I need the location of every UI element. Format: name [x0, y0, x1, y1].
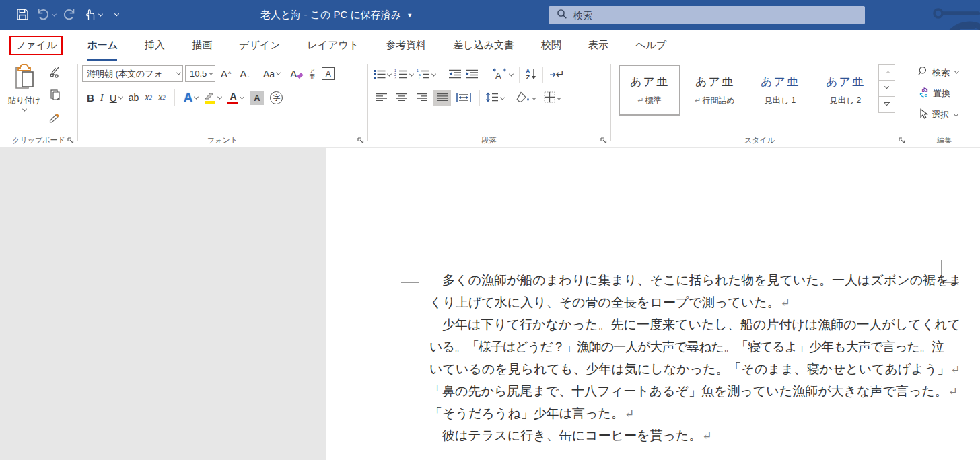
title-dropdown-icon[interactable]: ▼	[407, 12, 413, 19]
multilevel-chevron-icon	[431, 71, 436, 76]
styles-scroll-up-button[interactable]	[878, 64, 895, 81]
find-button[interactable]: 検索	[918, 66, 958, 79]
search-input[interactable]	[573, 10, 829, 21]
show-editing-marks-button[interactable]: ↵	[549, 69, 565, 80]
character-shading-button[interactable]: A	[250, 91, 264, 105]
save-icon	[15, 7, 30, 24]
styles-scroll-down-button[interactable]	[878, 80, 895, 97]
document-title[interactable]: 老人と海 - この PC に保存済み ▼	[222, 0, 451, 30]
tab-draw[interactable]: 描画	[192, 35, 212, 56]
tab-file[interactable]: ファイル	[9, 36, 63, 55]
document-line: 多くの漁師が船のまわりに集まり、そこに括られた物を見ていた。一人はズボンの裾をま	[429, 269, 949, 291]
shrink-font-button[interactable]: A˯	[236, 68, 253, 79]
customize-quick-access-button[interactable]	[108, 6, 125, 25]
paragraph-dialog-launcher[interactable]	[599, 137, 608, 145]
increase-indent-icon	[465, 69, 479, 81]
borders-button[interactable]	[544, 91, 561, 105]
document-page[interactable]: 多くの漁師が船のまわりに集まり、そこに括られた物を見ていた。一人はズボンの裾をま…	[326, 148, 980, 460]
replace-button[interactable]: bc 置換	[918, 87, 958, 100]
numbering-button[interactable]: 123	[394, 69, 413, 81]
eraser-icon	[297, 73, 303, 79]
bold-button[interactable]: B	[87, 92, 94, 104]
font-dialog-launcher[interactable]	[356, 137, 365, 145]
scissors-icon	[49, 66, 61, 80]
copy-button[interactable]	[49, 89, 61, 103]
sort-button[interactable]: AZ	[526, 68, 536, 82]
font-color-letter: A	[230, 91, 236, 101]
find-magnifier-icon	[918, 66, 929, 79]
subscript-button[interactable]: x2	[145, 92, 152, 103]
align-right-button[interactable]	[413, 90, 431, 106]
underline-button[interactable]: U	[110, 92, 123, 104]
font-group: 游明朝 (本文のフォ 10.5 A^ A˯ Aa A ア亜 A B I U ab…	[77, 61, 368, 147]
increase-indent-button[interactable]	[465, 69, 479, 81]
style-heading-1[interactable]: あア亜 見出し 1	[749, 65, 811, 116]
align-center-button[interactable]	[393, 90, 411, 106]
text-effects-button[interactable]: A	[184, 90, 199, 105]
save-button[interactable]	[13, 6, 31, 25]
touch-mouse-mode-button[interactable]	[84, 6, 102, 25]
decrease-indent-button[interactable]	[448, 69, 462, 81]
clear-formatting-button[interactable]: A	[290, 68, 303, 79]
change-case-button[interactable]: Aa	[263, 69, 280, 79]
tab-references[interactable]: 参考資料	[386, 35, 426, 56]
asian-layout-button[interactable]: A	[491, 68, 513, 82]
tab-help[interactable]: ヘルプ	[635, 35, 666, 56]
styles-more-button[interactable]	[878, 96, 895, 113]
hand-pointer-icon	[83, 7, 97, 23]
align-left-button[interactable]	[373, 90, 390, 106]
format-painter-button[interactable]	[48, 112, 61, 126]
cut-button[interactable]	[49, 66, 61, 80]
separator	[485, 67, 485, 83]
tab-design[interactable]: デザイン	[239, 35, 280, 56]
font-name-combo[interactable]: 游明朝 (本文のフォ	[82, 65, 183, 82]
justify-button[interactable]	[433, 90, 451, 106]
phonetic-guide-button[interactable]: ア亜	[309, 68, 315, 80]
line-spacing-button[interactable]	[485, 92, 504, 104]
paste-button[interactable]: 貼り付け	[5, 64, 43, 126]
grow-font-button[interactable]: A^	[217, 68, 234, 79]
title-bar: 老人と海 - この PC に保存済み ▼	[0, 0, 980, 30]
tab-insert[interactable]: 挿入	[145, 35, 165, 56]
ribbon: 貼り付け クリップボード 游明朝 (本文のフォ 10.5 A^ A˯	[0, 61, 980, 147]
bullet-list-icon	[373, 69, 386, 81]
redo-button[interactable]	[61, 6, 78, 25]
editing-group-label: 編集	[909, 135, 980, 145]
highlight-color-button[interactable]	[204, 91, 221, 104]
copy-icon	[49, 89, 61, 103]
superscript-button[interactable]: x2	[158, 92, 166, 103]
svg-text:A: A	[495, 71, 501, 80]
bullets-button[interactable]	[373, 69, 391, 81]
italic-button[interactable]: I	[100, 92, 104, 104]
titlebar-decoration	[929, 0, 980, 30]
paint-bucket-icon	[516, 91, 530, 105]
style-normal[interactable]: あア亜 ↵標準	[619, 65, 680, 116]
multilevel-list-button[interactable]: 1ai	[417, 69, 435, 81]
search-box[interactable]	[549, 6, 865, 24]
search-icon	[557, 9, 567, 22]
undo-button[interactable]	[37, 6, 55, 25]
redo-icon	[62, 7, 77, 24]
font-color-button[interactable]: A	[228, 91, 244, 104]
enclose-characters-button[interactable]: A	[322, 67, 335, 80]
shading-button[interactable]	[516, 91, 536, 105]
tab-view[interactable]: 表示	[588, 35, 608, 56]
separator	[174, 89, 175, 106]
clipboard-dialog-launcher[interactable]	[66, 137, 75, 145]
strikethrough-button[interactable]: ab	[129, 92, 139, 103]
enclose-character-button[interactable]: 字	[270, 91, 283, 104]
tab-mailings[interactable]: 差し込み文書	[453, 35, 514, 56]
separator	[479, 90, 480, 106]
tab-layout[interactable]: レイアウト	[308, 35, 359, 56]
tab-review[interactable]: 校閲	[541, 35, 561, 56]
tab-home[interactable]: ホーム	[87, 35, 118, 56]
styles-dialog-launcher[interactable]	[897, 137, 906, 145]
style-heading-2[interactable]: あア亜 見出し 2	[814, 65, 876, 116]
paste-clipboard-icon	[13, 64, 36, 93]
editing-group: 検索 bc 置換 選択 編集	[909, 61, 980, 147]
document-line: 少年は下りて行かなかった。先に一度来ていたし、船の片付けは漁師の一人がしてくれて	[429, 313, 949, 336]
font-size-combo[interactable]: 10.5	[185, 65, 215, 82]
distribute-button[interactable]	[454, 90, 474, 106]
style-no-spacing[interactable]: あア亜 ↵行間詰め	[684, 65, 746, 116]
select-button[interactable]: 選択	[918, 108, 958, 122]
